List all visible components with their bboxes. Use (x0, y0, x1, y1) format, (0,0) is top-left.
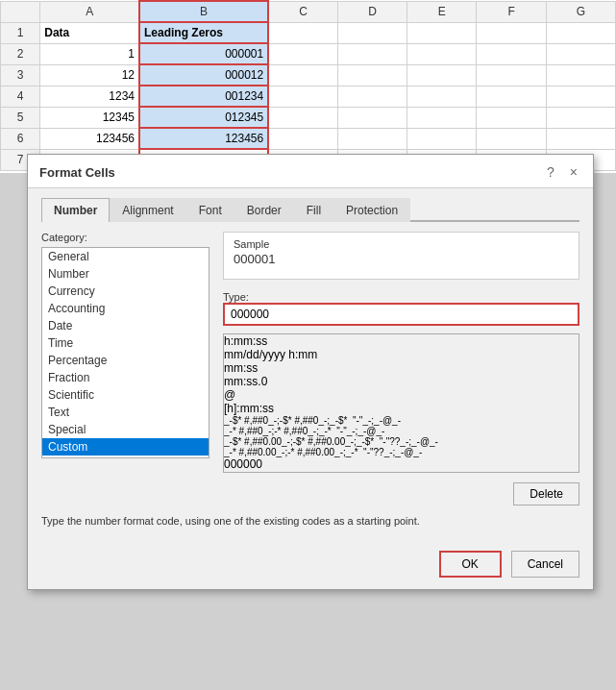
cell-f4[interactable] (477, 86, 546, 107)
list-item[interactable]: _-$* #,##0_-;-$* #,##0_-;_-$* "-"_-;_-@_… (224, 415, 579, 426)
col-header-b[interactable]: B (139, 1, 268, 22)
cell-f6[interactable] (477, 128, 546, 149)
cell-g3[interactable] (546, 64, 615, 86)
table-row: 5 12345 012345 (1, 107, 616, 128)
cell-c2[interactable] (268, 43, 337, 64)
cell-b6[interactable]: 123456 (139, 128, 268, 149)
cancel-button[interactable]: Cancel (511, 551, 579, 578)
cell-d4[interactable] (337, 86, 407, 107)
cell-d5[interactable] (337, 107, 407, 128)
cell-e6[interactable] (407, 128, 477, 149)
category-time[interactable]: Time (42, 334, 209, 352)
cell-c5[interactable] (268, 107, 337, 128)
category-fraction[interactable]: Fraction (42, 369, 209, 386)
dialog-controls: ? × (543, 162, 581, 182)
category-date[interactable]: Date (42, 317, 209, 334)
cell-a5[interactable]: 12345 (40, 107, 139, 128)
col-header-a[interactable]: A (40, 1, 139, 22)
list-item[interactable]: h:mm:ss (224, 334, 579, 348)
cell-a2[interactable]: 1 (40, 43, 139, 64)
format-list-container: h:mm:ss mm/dd/yyyy h:mm mm:ss mm:ss.0 @ … (223, 333, 579, 473)
cell-e1[interactable] (407, 22, 477, 43)
cell-b1[interactable]: Leading Zeros (139, 22, 268, 43)
tab-font[interactable]: Font (186, 198, 234, 222)
cell-f5[interactable] (477, 107, 546, 128)
dialog-title: Format Cells (39, 165, 115, 180)
col-header-g[interactable]: G (546, 1, 615, 22)
cell-b5[interactable]: 012345 (139, 107, 268, 128)
category-scientific[interactable]: Scientific (42, 386, 209, 404)
cell-g6[interactable] (546, 128, 615, 149)
cell-g4[interactable] (546, 86, 615, 107)
cell-c1[interactable] (268, 22, 337, 43)
cell-a6[interactable]: 123456 (40, 128, 139, 149)
format-list[interactable]: h:mm:ss mm/dd/yyyy h:mm mm:ss mm:ss.0 @ … (224, 334, 579, 472)
list-item[interactable]: mm/dd/yyyy h:mm (224, 348, 579, 361)
cell-d6[interactable] (337, 128, 407, 149)
category-percentage[interactable]: Percentage (42, 352, 209, 369)
tab-border[interactable]: Border (234, 198, 294, 222)
cell-f2[interactable] (477, 43, 546, 64)
category-general[interactable]: General (42, 248, 209, 265)
tab-number[interactable]: Number (41, 198, 110, 222)
description-text: Type the number format code, using one o… (41, 505, 579, 533)
cell-b3[interactable]: 000012 (139, 64, 268, 86)
category-special[interactable]: Special (42, 421, 209, 438)
tab-bar: Number Alignment Font Border Fill Protec… (41, 198, 579, 222)
row-header-2: 2 (1, 43, 40, 64)
list-item[interactable]: _-* #,##0.00_-;-* #,##0.00_-;_-* "-"??_-… (224, 447, 579, 457)
cell-a1[interactable]: Data (40, 22, 139, 43)
list-item[interactable]: mm:ss (224, 361, 579, 375)
category-custom[interactable]: Custom (42, 438, 209, 456)
cell-a4[interactable]: 1234 (40, 86, 139, 107)
category-label: Category: (41, 232, 209, 243)
cell-e2[interactable] (407, 43, 477, 64)
cell-e4[interactable] (407, 86, 477, 107)
tab-alignment[interactable]: Alignment (110, 198, 185, 222)
cell-e3[interactable] (407, 64, 477, 86)
table-row: 1 Data Leading Zeros (1, 22, 616, 43)
category-currency[interactable]: Currency (42, 283, 209, 300)
close-button[interactable]: × (566, 162, 581, 182)
list-item[interactable]: [h]:mm:ss (224, 402, 579, 415)
cell-c4[interactable] (268, 86, 337, 107)
cell-f3[interactable] (477, 64, 546, 86)
list-item-selected[interactable]: 000000 (224, 457, 579, 471)
list-item[interactable]: @ (224, 388, 579, 402)
sample-label: Sample (234, 238, 569, 250)
cell-g5[interactable] (546, 107, 615, 128)
cell-d3[interactable] (337, 64, 407, 86)
type-input[interactable] (223, 303, 579, 326)
cell-f1[interactable] (477, 22, 546, 43)
category-number[interactable]: Number (42, 265, 209, 283)
cell-c6[interactable] (268, 128, 337, 149)
row-header-3: 3 (1, 64, 40, 86)
cell-g1[interactable] (546, 22, 615, 43)
corner-header (1, 1, 40, 22)
cell-e5[interactable] (407, 107, 477, 128)
row-header-1: 1 (1, 22, 40, 43)
col-header-f[interactable]: F (477, 1, 546, 22)
col-header-c[interactable]: C (268, 1, 337, 22)
list-item[interactable]: _-* #,##0_-;-* #,##0_-;_-* "-"_-;_-@_- (224, 426, 579, 436)
cell-g2[interactable] (546, 43, 615, 64)
cell-d2[interactable] (337, 43, 407, 64)
help-button[interactable]: ? (543, 162, 558, 182)
tab-protection[interactable]: Protection (333, 198, 410, 222)
cell-d1[interactable] (337, 22, 407, 43)
ok-button[interactable]: OK (439, 551, 502, 578)
col-header-d[interactable]: D (337, 1, 407, 22)
category-accounting[interactable]: Accounting (42, 300, 209, 317)
dialog-footer: OK Cancel (28, 543, 593, 589)
list-item[interactable]: _-$* #,##0.00_-;-$* #,##0.00_-;_-$* "-"?… (224, 436, 579, 447)
delete-button[interactable]: Delete (513, 482, 579, 505)
cell-b4[interactable]: 001234 (139, 86, 268, 107)
tab-fill[interactable]: Fill (294, 198, 333, 222)
cell-c3[interactable] (268, 64, 337, 86)
list-item[interactable]: mm:ss.0 (224, 375, 579, 388)
cell-a3[interactable]: 12 (40, 64, 139, 86)
category-list[interactable]: General Number Currency Accounting Date … (41, 247, 209, 458)
category-text[interactable]: Text (42, 404, 209, 421)
col-header-e[interactable]: E (407, 1, 477, 22)
cell-b2[interactable]: 000001 (139, 43, 268, 64)
